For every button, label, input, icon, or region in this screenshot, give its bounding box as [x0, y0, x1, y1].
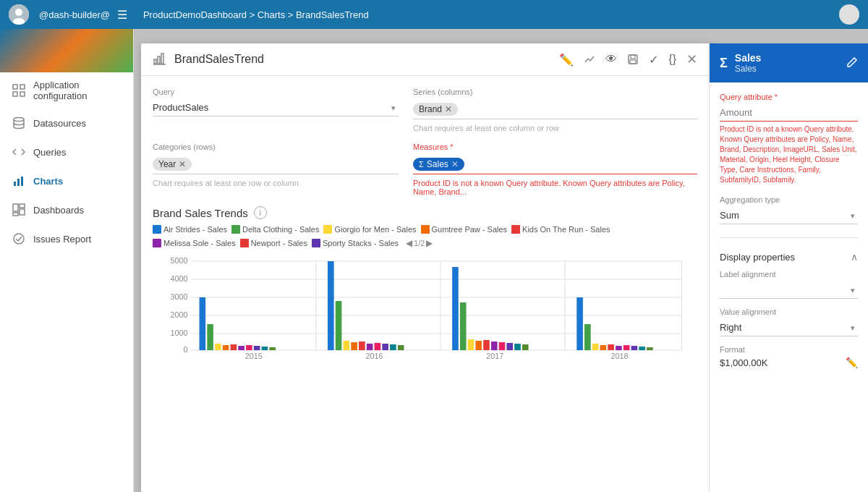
measures-tag-sales-close[interactable]: ✕ — [451, 159, 459, 169]
sidebar-item-issues[interactable]: Issues Report — [0, 224, 133, 253]
legend-page: 1/2 — [414, 239, 425, 247]
sidebar-item-datasources[interactable]: Datasources — [0, 109, 133, 137]
sidebar-item-queries[interactable]: Queries — [0, 137, 133, 166]
code-toolbar-btn[interactable]: {} — [668, 53, 676, 66]
svg-rect-12 — [20, 204, 25, 208]
legend-color-kids — [511, 225, 520, 234]
legend-prev-btn[interactable]: ◀ — [406, 238, 412, 248]
rp-value-alignment-select[interactable]: Right Left Center — [720, 319, 858, 336]
sidebar-item-app-config[interactable]: Application configuration — [0, 72, 133, 109]
sidebar-item-charts[interactable]: Charts — [0, 166, 133, 195]
svg-text:3000: 3000 — [170, 293, 187, 301]
svg-rect-4 — [20, 85, 25, 89]
chart-svg: 5000 4000 3000 2000 1000 0 — [153, 254, 697, 362]
series-tag-brand-close[interactable]: ✕ — [445, 104, 452, 114]
svg-rect-77 — [616, 346, 622, 350]
svg-text:0: 0 — [183, 346, 187, 354]
svg-rect-62 — [460, 302, 467, 350]
svg-rect-52 — [344, 341, 350, 350]
check-toolbar-btn[interactable]: ✓ — [649, 53, 658, 67]
categories-tag-year-label: Year — [158, 159, 176, 169]
topbar: @dash-builder@ ☰ ProductDemoDashboard > … — [0, 0, 868, 29]
rp-display-properties-title: Display properties — [720, 252, 795, 263]
svg-text:1000: 1000 — [170, 329, 187, 337]
rp-display-properties-body: Label alignment Left Center Right — [720, 270, 858, 368]
legend-newport: Newport - Sales — [240, 239, 307, 247]
svg-rect-5 — [13, 92, 17, 96]
rp-format-value: $1,000.00K — [720, 357, 768, 368]
svg-point-1 — [15, 9, 22, 16]
rp-query-attr-error: Product ID is not a known Query attribut… — [720, 124, 858, 185]
form-group-series: Series (columns) Brand ✕ Chart requires … — [413, 88, 697, 132]
form-group-query: Query ProductSales — [153, 88, 399, 132]
measures-tags-input[interactable]: Σ Sales ✕ — [413, 154, 697, 174]
legend-label-giorgio: Giorgio for Men - Sales — [334, 225, 416, 234]
right-panel: Σ Sales Sales Query attribute * Product … — [709, 43, 868, 492]
rp-header-edit-btn[interactable] — [846, 56, 858, 70]
sigma-header-icon: Σ — [720, 56, 728, 71]
chart-section: Brand Sales Trends i Air Strides - Sales… — [153, 206, 697, 362]
svg-rect-9 — [17, 179, 20, 186]
svg-rect-39 — [200, 297, 206, 350]
main-layout: Application configuration Datasources Qu… — [0, 29, 868, 492]
svg-rect-16 — [154, 59, 156, 64]
rp-display-properties-section: Display properties ∧ Label alignment — [720, 251, 858, 368]
svg-rect-76 — [608, 344, 614, 350]
rp-format-edit-icon[interactable]: ✏️ — [846, 357, 858, 368]
user-avatar — [9, 4, 29, 25]
menu-icon[interactable]: ☰ — [117, 8, 127, 22]
chart-bar-icon — [12, 174, 26, 188]
rp-field-aggregation: Aggregation type Sum Count Average Min M… — [720, 195, 858, 224]
rp-field-query-attr: Query attribute * Product ID is not a kn… — [720, 93, 858, 185]
grid-icon — [12, 83, 26, 98]
query-select[interactable]: ProductSales — [153, 99, 399, 116]
edit-toolbar-btn[interactable]: ✏️ — [559, 53, 574, 67]
legend-next-btn[interactable]: ▶ — [426, 238, 433, 248]
legend-color-sporty — [312, 239, 320, 247]
sidebar-item-dashboards[interactable]: Dashboards — [0, 195, 133, 224]
legend-label-air-strides: Air Strides - Sales — [163, 225, 227, 234]
chart-toolbar-btn[interactable] — [584, 54, 595, 65]
preview-toolbar-btn[interactable]: 👁 — [605, 53, 617, 66]
query-select-wrapper: ProductSales — [153, 99, 399, 116]
svg-text:5000: 5000 — [170, 257, 187, 265]
rp-aggregation-select-wrapper: Sum Count Average Min Max — [720, 207, 858, 224]
rp-display-properties-header[interactable]: Display properties ∧ — [720, 251, 858, 263]
categories-hint: Chart requires at least one row or colum… — [153, 179, 399, 187]
sigma-icon: Σ — [419, 160, 424, 169]
form-group-categories: Categories (rows) Year ✕ Chart requires … — [153, 143, 399, 196]
svg-rect-64 — [475, 341, 482, 350]
rp-title-sub: Sales — [735, 64, 839, 74]
svg-rect-41 — [215, 344, 221, 350]
svg-rect-10 — [21, 177, 23, 186]
svg-text:2015: 2015 — [245, 352, 263, 360]
rp-divider — [720, 237, 858, 238]
legend-color-newport — [240, 239, 249, 247]
rp-aggregation-select[interactable]: Sum Count Average Min Max — [720, 207, 858, 224]
svg-text:2000: 2000 — [170, 311, 187, 319]
svg-rect-61 — [452, 267, 459, 350]
categories-tags-input[interactable]: Year ✕ — [153, 154, 399, 174]
rp-label-alignment-select[interactable]: Left Center Right — [720, 281, 858, 299]
svg-rect-70 — [522, 344, 529, 350]
sidebar: Application configuration Datasources Qu… — [0, 29, 134, 492]
svg-rect-67 — [499, 342, 506, 350]
svg-rect-8 — [14, 182, 16, 186]
modal-header: BrandSalesTrend ✏️ 👁 ✓ {} ✕ — [141, 43, 709, 76]
svg-rect-58 — [390, 344, 396, 350]
svg-rect-56 — [375, 343, 381, 350]
modal-close-btn[interactable]: ✕ — [686, 51, 697, 67]
svg-rect-68 — [506, 343, 513, 350]
chart-info-icon[interactable]: i — [254, 206, 267, 219]
rp-label-alignment-label: Label alignment — [720, 270, 858, 279]
save-toolbar-btn[interactable] — [627, 54, 639, 65]
legend-nav: ◀ 1/2 ▶ — [406, 238, 433, 248]
svg-rect-40 — [207, 324, 213, 350]
legend-label-newport: Newport - Sales — [251, 239, 307, 247]
svg-rect-18 — [161, 54, 163, 64]
series-tags-input[interactable]: Brand ✕ — [413, 99, 697, 119]
categories-tag-year-close[interactable]: ✕ — [179, 159, 186, 169]
rp-display-properties-toggle[interactable]: ∧ — [851, 251, 858, 263]
rp-query-attr-input[interactable] — [720, 104, 858, 122]
legend-air-strides: Air Strides - Sales — [153, 225, 227, 234]
